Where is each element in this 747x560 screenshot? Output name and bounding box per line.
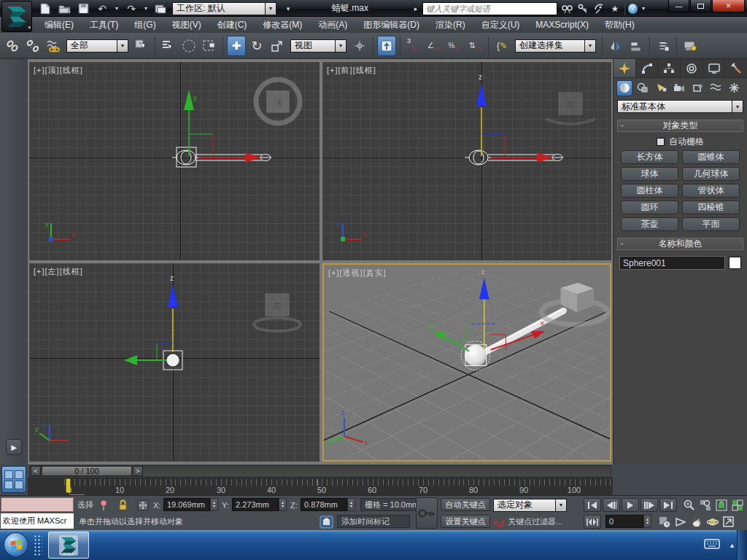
spinner-snap-icon[interactable]: ⇅∩ [465, 36, 484, 56]
select-object-icon[interactable] [132, 36, 151, 56]
undo-dropdown-icon[interactable]: ▾ [114, 2, 120, 15]
cylinder-button[interactable]: 圆柱体 [621, 184, 678, 198]
application-menu-button[interactable]: ▾ [1, 1, 32, 32]
helpers-icon[interactable] [689, 80, 705, 96]
maxscript-listener-line[interactable]: 欢迎使用 MAXScr [1, 513, 74, 529]
help-icon[interactable]: ? [624, 2, 638, 15]
menu-rendering[interactable]: 渲染(R) [427, 17, 473, 33]
redo-icon[interactable]: ↷ [124, 2, 139, 15]
pan-hand-icon[interactable] [689, 515, 704, 529]
undo-icon[interactable]: ↶ [95, 2, 109, 15]
help-dropdown-icon[interactable]: ▾ [640, 2, 646, 15]
use-pivot-center-icon[interactable] [350, 36, 369, 56]
maximize-viewport-toggle-icon[interactable] [721, 515, 736, 529]
search-input[interactable] [422, 2, 557, 15]
next-frame-button[interactable]: > [133, 466, 143, 476]
menu-animation[interactable]: 动画(A) [310, 17, 355, 33]
shapes-icon[interactable] [635, 80, 651, 96]
viewport-front[interactable]: [+][前][线框] 前 [322, 62, 611, 260]
cameras-icon[interactable] [671, 80, 687, 96]
viewport-perspective-label[interactable]: [+][透视][真实] [328, 268, 387, 279]
viewport-layout-button[interactable] [1, 466, 26, 493]
primitive-category-value[interactable]: 标准基本体 [617, 100, 732, 113]
communication-center-icon[interactable] [592, 2, 605, 15]
show-desktop-button[interactable] [737, 530, 747, 560]
absolute-mode-transform-icon[interactable] [137, 498, 149, 512]
tab-hierarchy-icon[interactable] [658, 59, 681, 77]
x-spinner[interactable]: ▴▾ [210, 498, 218, 511]
menu-create[interactable]: 创建(C) [209, 17, 255, 33]
start-button[interactable] [4, 532, 28, 557]
isolate-selection-icon[interactable] [320, 515, 333, 529]
cone-button[interactable]: 圆锥体 [682, 150, 740, 164]
viewport-top-label[interactable]: [+][顶][线框] [34, 65, 83, 76]
render-setup-icon[interactable] [681, 36, 700, 56]
reference-coordinate-value[interactable]: 视图 [290, 39, 336, 52]
menu-graph-editors[interactable]: 图形编辑器(D) [355, 17, 427, 33]
reference-coordinate-arrow[interactable]: ▾ [336, 39, 347, 52]
next-frame-button[interactable] [640, 498, 658, 512]
mirror-icon[interactable] [606, 36, 625, 56]
z-coord-field[interactable]: 0.878mm [301, 498, 347, 511]
go-to-start-button[interactable] [584, 498, 601, 512]
align-icon[interactable] [627, 36, 646, 56]
viewcube[interactable]: 左 [254, 294, 301, 331]
dragonfly-tail[interactable] [477, 311, 564, 356]
tab-create-icon[interactable] [614, 59, 636, 77]
sphere-button[interactable]: 球体 [621, 167, 678, 181]
set-key-button[interactable]: 设置关键点 [441, 515, 490, 528]
viewport-left-label[interactable]: [+][左][线框] [34, 266, 83, 277]
close-button[interactable]: × [712, 0, 745, 12]
autogrid-checkbox[interactable] [657, 138, 665, 146]
menu-maxscript[interactable]: MAXScript(X) [527, 17, 597, 33]
select-by-name-icon[interactable] [159, 36, 178, 56]
open-file-icon[interactable] [57, 2, 71, 15]
viewport-left[interactable]: [+][左][线框] 左 z [29, 263, 320, 462]
selection-lock-icon[interactable] [118, 498, 128, 512]
time-slider[interactable]: < 0 / 100 > [29, 465, 611, 477]
menu-modifiers[interactable]: 修改器(M) [255, 17, 310, 33]
zoom-extents-icon[interactable] [713, 498, 729, 512]
object-color-swatch[interactable] [729, 257, 741, 269]
menu-edit[interactable]: 编辑(E) [36, 17, 82, 33]
window-crossing-icon[interactable] [200, 36, 219, 56]
move-gizmo[interactable]: z [476, 73, 553, 163]
key-filters-button[interactable]: 关键点过滤器... [508, 515, 562, 529]
field-of-view-icon[interactable] [673, 515, 688, 529]
move-gizmo[interactable]: z [124, 274, 178, 365]
previous-frame-button[interactable]: < [31, 466, 41, 476]
menu-group[interactable]: 组(G) [126, 17, 163, 33]
show-hidden-icons-button[interactable]: ▲ [729, 542, 735, 549]
add-time-tag[interactable]: 添加时间标记 [337, 515, 410, 528]
default-tangent-icon[interactable] [493, 515, 505, 529]
y-spinner[interactable]: ▴▾ [279, 498, 287, 511]
select-and-link-icon[interactable] [3, 36, 22, 56]
time-configuration-icon[interactable] [657, 515, 672, 529]
zoom-icon[interactable] [681, 498, 697, 512]
viewcube[interactable]: 前 [546, 93, 595, 124]
teapot-button[interactable]: 茶壶 [621, 217, 678, 231]
zoom-extents-all-icon[interactable] [729, 498, 745, 512]
rollout-object-type[interactable]: - 对象类型 [617, 120, 743, 132]
search-icon[interactable] [560, 2, 573, 15]
input-method-keyboard-icon[interactable] [704, 539, 720, 551]
new-file-icon[interactable] [38, 2, 53, 15]
select-and-move-icon[interactable]: ✚ [227, 36, 246, 56]
tab-utilities-icon[interactable] [725, 59, 747, 77]
go-to-end-button[interactable] [659, 498, 677, 512]
selection-filter-value[interactable]: 全部 [66, 39, 117, 52]
zoom-all-icon[interactable] [697, 498, 713, 512]
selection-filter-dropdown[interactable]: 全部 ▾ [66, 39, 128, 52]
rollout-name-color[interactable]: - 名称和颜色 [617, 238, 743, 250]
snap-toggle-3d-icon[interactable]: 3∩ [404, 36, 423, 56]
primitive-category-arrow[interactable]: ▾ [732, 100, 743, 113]
geosphere-button[interactable]: 几何球体 [682, 167, 740, 181]
project-folder-icon[interactable] [153, 2, 168, 15]
tab-motion-icon[interactable] [681, 59, 703, 77]
minimize-button[interactable]: — [668, 0, 689, 12]
set-keys-button[interactable] [416, 497, 438, 529]
plane-button[interactable]: 平面 [682, 217, 740, 231]
named-selection-sets-value[interactable]: 创建选择集 [515, 39, 585, 52]
layer-manager-icon[interactable] [654, 36, 673, 56]
box-button[interactable]: 长方体 [621, 150, 678, 164]
